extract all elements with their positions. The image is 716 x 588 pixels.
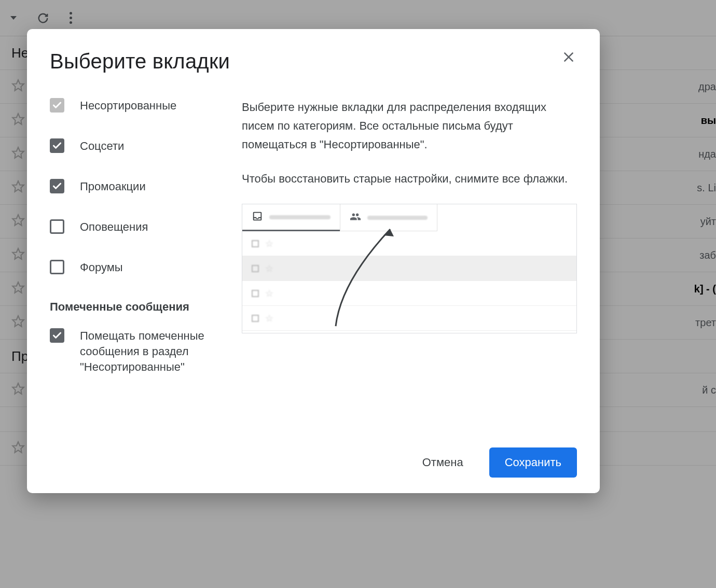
checkbox[interactable] (50, 138, 64, 153)
close-icon (562, 50, 575, 66)
close-button[interactable] (558, 48, 579, 68)
tab-checkbox-forums[interactable]: Форумы (50, 260, 216, 275)
checkbox-label: Соцсети (80, 138, 124, 154)
tab-checkbox-primary: Несортированные (50, 98, 216, 114)
select-tabs-dialog: Выберите вкладки Несортированные Соцсети (27, 29, 600, 493)
tabs-preview-illustration: ☆ ☆ ☆ ☆ (242, 204, 577, 333)
checkbox[interactable] (50, 328, 64, 343)
dialog-description: Выберите нужные вкладки для распределени… (242, 98, 577, 188)
checkbox[interactable] (50, 219, 64, 234)
tab-checkbox-promotions[interactable]: Промоакции (50, 179, 216, 194)
checkbox[interactable] (50, 179, 64, 193)
checkbox-label: Несортированные (80, 98, 176, 114)
starred-section-heading: Помеченные сообщения (50, 300, 216, 314)
tab-checkbox-updates[interactable]: Оповещения (50, 219, 216, 235)
checkbox-label: Оповещения (80, 219, 148, 235)
checkbox[interactable] (50, 260, 64, 274)
dialog-title: Выберите вкладки (50, 50, 230, 73)
checkbox-label: Помещать помеченные сообщения в раздел "… (80, 328, 204, 375)
starred-in-primary-checkbox[interactable]: Помещать помеченные сообщения в раздел "… (50, 328, 216, 375)
inbox-icon (252, 211, 263, 224)
checkbox (50, 98, 64, 113)
tab-checkbox-social[interactable]: Соцсети (50, 138, 216, 154)
checkbox-label: Промоакции (80, 179, 146, 194)
save-button[interactable]: Сохранить (489, 447, 577, 478)
checkbox-label: Форумы (80, 260, 123, 275)
people-icon (350, 211, 361, 225)
cancel-button[interactable]: Отмена (411, 450, 475, 475)
